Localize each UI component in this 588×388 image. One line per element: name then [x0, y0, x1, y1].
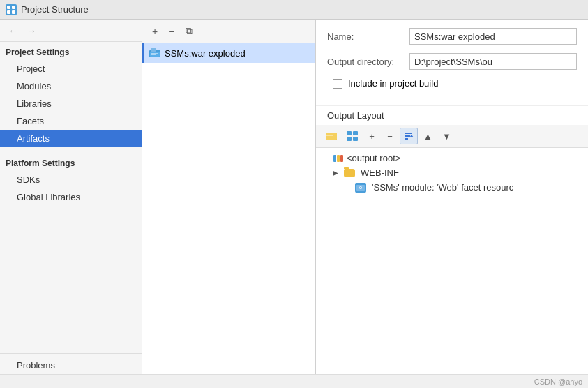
sidebar: ← → Project Settings Project Modules Lib… — [0, 20, 142, 374]
output-down-btn[interactable]: ▼ — [438, 128, 455, 144]
artifact-list-item[interactable]: SSMs:war exploded — [142, 43, 315, 63]
svg-rect-7 — [151, 53, 158, 54]
output-dir-label: Output directory: — [327, 57, 404, 67]
svg-rect-5 — [151, 48, 156, 52]
sidebar-item-problems[interactable]: Problems — [0, 357, 142, 374]
include-build-row: Include in project build — [327, 78, 577, 89]
sidebar-item-artifacts[interactable]: Artifacts — [0, 130, 142, 147]
sidebar-item-project[interactable]: Project — [0, 60, 142, 77]
svg-rect-0 — [7, 6, 10, 9]
sidebar-item-libraries[interactable]: Libraries — [0, 95, 142, 112]
svg-rect-11 — [326, 133, 337, 140]
name-row: Name: — [327, 28, 577, 45]
window-title: Project Structure — [21, 4, 89, 15]
output-root-icon — [333, 154, 344, 163]
svg-rect-1 — [12, 6, 15, 9]
status-bar: CSDN @ahyo — [0, 374, 588, 388]
add-artifact-button[interactable]: + — [148, 24, 162, 39]
output-dir-row: Output directory: — [327, 53, 577, 70]
svg-rect-16 — [353, 137, 358, 141]
nav-forward-button[interactable]: → — [24, 24, 39, 38]
app-icon — [6, 4, 17, 15]
right-panel: Name: Output directory: Include in proje… — [316, 20, 588, 374]
right-form: Name: Output directory: Include in proje… — [316, 20, 588, 105]
tree-item-output-root[interactable]: <output root> — [322, 151, 582, 165]
main-container: ← → Project Settings Project Modules Lib… — [0, 20, 588, 374]
output-sort-btn[interactable] — [400, 128, 418, 144]
sidebar-item-sdks[interactable]: SDKs — [0, 171, 142, 188]
web-inf-label: WEB-INF — [361, 167, 399, 178]
sidebar-bottom: Problems — [0, 353, 142, 374]
output-toolbar: + − ▲ ▼ — [316, 125, 588, 148]
output-root-label: <output root> — [347, 153, 400, 163]
output-layout-btn[interactable] — [342, 128, 362, 144]
tree-item-ssms-module[interactable]: 'SSMs' module: 'Web' facet resourc — [322, 180, 582, 195]
project-settings-header: Project Settings — [0, 42, 142, 60]
name-input[interactable] — [409, 28, 577, 45]
ssms-module-icon — [355, 183, 366, 193]
output-tree: <output root> ▶ WEB-INF — [316, 148, 588, 374]
ssms-module-label: 'SSMs' module: 'Web' facet resourc — [372, 182, 513, 193]
svg-rect-15 — [347, 137, 352, 141]
output-dir-input[interactable] — [409, 53, 577, 70]
title-bar: Project Structure — [0, 0, 588, 20]
nav-controls: ← → — [0, 20, 142, 42]
output-add-btn[interactable]: + — [363, 128, 380, 144]
artifact-item-icon — [149, 47, 160, 59]
svg-rect-8 — [151, 54, 156, 55]
output-up-btn[interactable]: ▲ — [419, 128, 437, 144]
include-build-label: Include in project build — [348, 78, 438, 89]
remove-artifact-button[interactable]: − — [165, 24, 179, 39]
web-inf-folder-icon — [344, 168, 355, 178]
svg-rect-2 — [7, 10, 10, 14]
sidebar-item-facets[interactable]: Facets — [0, 112, 142, 130]
center-panel: + − ⧉ SSMs:war exploded — [142, 20, 316, 374]
sidebar-item-modules[interactable]: Modules — [0, 77, 142, 95]
svg-rect-13 — [347, 131, 352, 135]
center-toolbar: + − ⧉ — [142, 20, 315, 43]
name-label: Name: — [327, 31, 404, 42]
copy-artifact-button[interactable]: ⧉ — [181, 23, 197, 39]
svg-rect-12 — [326, 135, 333, 136]
include-build-checkbox[interactable] — [333, 79, 342, 89]
output-remove-btn[interactable]: − — [382, 128, 398, 144]
svg-point-24 — [360, 187, 361, 188]
svg-rect-14 — [353, 131, 358, 135]
sidebar-item-global-libraries[interactable]: Global Libraries — [0, 188, 142, 206]
watermark-text: CSDN @ahyo — [534, 378, 582, 386]
svg-rect-3 — [12, 10, 15, 14]
svg-rect-6 — [150, 52, 160, 57]
nav-back-button[interactable]: ← — [6, 24, 21, 38]
artifact-item-name: SSMs:war exploded — [165, 48, 246, 59]
output-folder-btn[interactable] — [322, 128, 341, 144]
platform-settings-header: Platform Settings — [0, 153, 142, 171]
tree-item-web-inf[interactable]: ▶ WEB-INF — [322, 165, 582, 180]
chevron-right-icon: ▶ — [333, 169, 341, 177]
output-layout-header: Output Layout — [316, 105, 588, 125]
